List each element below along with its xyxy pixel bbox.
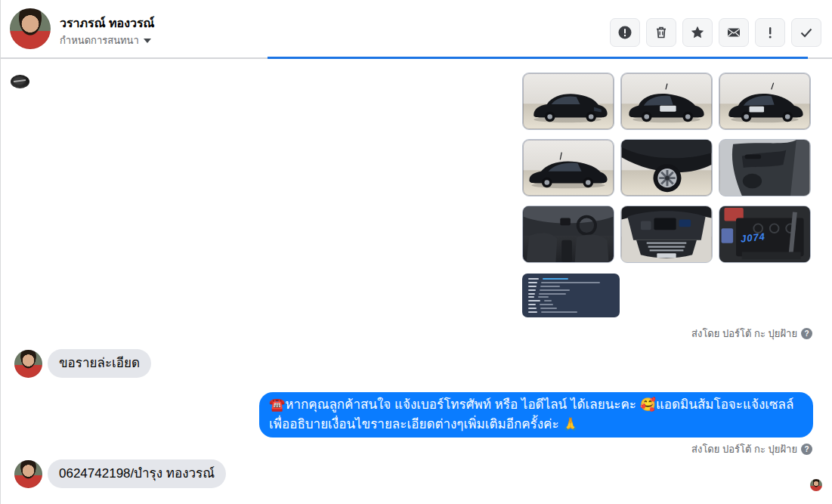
chevron-down-icon: [144, 39, 151, 43]
car-photo-front-quarter[interactable]: [522, 73, 614, 130]
conversation-schedule-dropdown[interactable]: กำหนดการสนทนา: [60, 32, 151, 48]
car-photo-side-profile[interactable]: [522, 139, 614, 196]
exclamation-circle-icon: [617, 25, 633, 40]
customer-message-bubble: ขอรายล่ะเอียด: [48, 349, 151, 378]
car-photo-front-wheel-closeup[interactable]: [620, 139, 713, 196]
mark-important-button[interactable]: [755, 18, 785, 47]
sent-by-label: ส่งโดย ปอร์โต้ กะ ปุยฝ้าย: [691, 326, 797, 342]
envelope-icon: [726, 25, 741, 40]
help-icon[interactable]: ?: [801, 328, 812, 339]
sent-by-label: ส่งโดย ปอร์โต้ กะ ปุยฝ้าย: [691, 441, 797, 457]
conversation-header: วราภรณ์ ทองวรณ์ กำหนดการสนทนา: [1, 0, 832, 57]
sent-by-attribution: ส่งโดย ปอร์โต้ กะ ปุยฝ้าย ?: [691, 441, 812, 457]
car-photo-interior-cabin[interactable]: [522, 206, 614, 263]
header-divider-progress: [268, 57, 808, 59]
customer-avatar[interactable]: [14, 460, 42, 488]
star-button[interactable]: [682, 18, 713, 47]
header-action-buttons: [610, 18, 821, 47]
page-logo-sticker[interactable]: [11, 75, 29, 88]
exclamation-icon: [762, 25, 778, 40]
trash-icon: [654, 25, 669, 40]
contact-name: วราภรณ์ ทองวรณ์: [60, 14, 154, 32]
report-button[interactable]: [610, 18, 640, 47]
car-photo-door-panel[interactable]: [719, 139, 811, 196]
customer-avatar[interactable]: [14, 350, 42, 378]
car-spec-card-image[interactable]: [522, 274, 620, 317]
page-message-bubble: ☎️หากคุณลูกค้าสนใจ แจ้งเบอร์โทรศัพท์ หรื…: [259, 392, 813, 438]
messenger-inbox-screen: วราภรณ์ ทองวรณ์ กำหนดการสนทนา: [0, 0, 832, 504]
car-photo-battery[interactable]: J074: [719, 206, 811, 263]
car-photo-rear-quarter-1[interactable]: [620, 73, 713, 130]
car-photo-rear-quarter-2[interactable]: [719, 73, 811, 130]
check-icon: [799, 25, 814, 40]
car-photo-engine-bay[interactable]: [620, 206, 713, 263]
help-icon[interactable]: ?: [801, 444, 812, 455]
contact-avatar[interactable]: [10, 8, 51, 49]
customer-message-bubble: 0624742198/บำรุง ทองวรณ์: [48, 459, 226, 488]
delete-button[interactable]: [646, 18, 676, 47]
sent-by-attribution: ส่งโดย ปอร์โต้ กะ ปุยฝ้าย ?: [691, 326, 812, 342]
mark-done-button[interactable]: [791, 18, 821, 47]
seen-receipt-avatar: [810, 479, 822, 491]
star-icon: [690, 25, 705, 40]
schedule-label: กำหนดการสนทนา: [60, 32, 139, 48]
car-photo-attachment-grid: J074: [522, 73, 811, 263]
mark-unread-button[interactable]: [719, 18, 749, 47]
